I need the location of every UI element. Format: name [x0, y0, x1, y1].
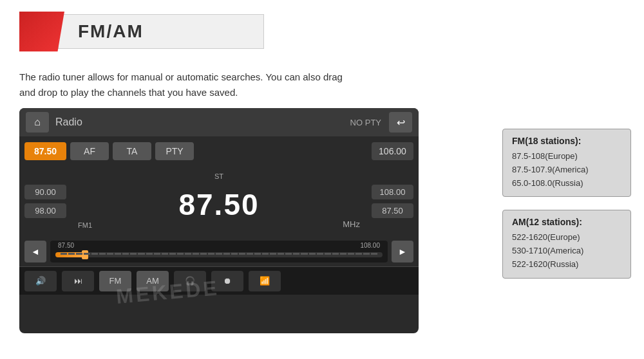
bars-button[interactable]: 📶: [249, 271, 281, 291]
slider-prev-button[interactable]: ◄: [24, 241, 46, 262]
freq-btn-2[interactable]: 106.00: [372, 142, 413, 160]
slider-ticks: [61, 253, 377, 255]
pty-button[interactable]: PTY: [155, 142, 194, 160]
radio-display: ⌂ Radio NO PTY ↩ 87.50 AF TA PTY 106.00 …: [19, 108, 419, 333]
ta-button[interactable]: TA: [113, 142, 151, 160]
header-banner: FM/AM: [19, 12, 264, 51]
description: The radio tuner allows for manual or aut…: [19, 69, 343, 100]
mhz-label: MHz: [343, 219, 360, 229]
headphone-button[interactable]: 🎧: [174, 271, 206, 291]
freq-btn-5[interactable]: 98.00: [24, 203, 66, 218]
header-title-box: FM/AM: [58, 14, 264, 49]
bottom-controls: 🔊 ⏭ FM AM 🎧 ⏺ 📶: [19, 266, 419, 295]
description-line1: The radio tuner allows for manual or aut…: [19, 69, 343, 85]
description-line2: and drop to play the channels that you h…: [19, 85, 343, 100]
skip-button[interactable]: ⏭: [62, 271, 94, 291]
home-button[interactable]: ⌂: [26, 112, 49, 133]
freq-btn-6[interactable]: 87.50: [372, 203, 413, 218]
slider-handle[interactable]: [82, 250, 88, 259]
freq-btn-3[interactable]: 90.00: [24, 185, 66, 199]
am-info-box: AM(12 stations): 522-1620(Europe) 530-17…: [502, 210, 631, 278]
volume-button[interactable]: 🔊: [24, 271, 57, 291]
radio-label: Radio: [55, 116, 350, 128]
header-red-tab: [19, 12, 64, 51]
fm1-label: FM1: [78, 221, 92, 229]
fm-info-item-3: 65.0-108.0(Russia): [512, 177, 621, 190]
slider-next-button[interactable]: ►: [392, 241, 413, 262]
fm-info-box: FM(18 stations): 87.5-108(Europe) 87.5-1…: [502, 129, 631, 197]
fm-info-title: FM(18 stations):: [512, 136, 621, 146]
slider-row: ◄ 87.50 108.00: [19, 237, 419, 266]
af-button[interactable]: AF: [70, 142, 109, 160]
am-info-title: AM(12 stations):: [512, 217, 621, 227]
page-title: FM/AM: [78, 21, 144, 41]
fm-info-item-1: 87.5-108(Europe): [512, 150, 621, 163]
freq-btn-1[interactable]: 87.50: [24, 142, 66, 160]
info-boxes: FM(18 stations): 87.5-108(Europe) 87.5-1…: [502, 129, 631, 279]
slider-min: 87.50: [58, 242, 74, 249]
slider-max: 108.00: [360, 242, 380, 249]
am-info-item-3: 522-1620(Russia): [512, 258, 621, 272]
buttons-row-1: 87.50 AF TA PTY 106.00: [19, 136, 419, 166]
st-label: ST: [214, 172, 223, 180]
slider-bar[interactable]: [55, 252, 383, 257]
fm-button[interactable]: FM: [99, 271, 131, 291]
am-button[interactable]: AM: [137, 271, 169, 291]
record-button[interactable]: ⏺: [211, 271, 243, 291]
back-button[interactable]: ↩: [389, 112, 412, 133]
slider-track[interactable]: 87.50 108.00: [50, 241, 388, 262]
fm-info-item-2: 87.5-107.9(America): [512, 163, 621, 177]
no-pty-label: NO PTY: [350, 118, 381, 127]
freq-btn-4[interactable]: 108.00: [372, 185, 413, 199]
am-info-item-1: 522-1620(Europe): [512, 231, 621, 244]
radio-top-bar: ⌂ Radio NO PTY ↩: [19, 108, 419, 136]
am-info-item-2: 530-1710(America): [512, 244, 621, 258]
main-frequency: 87.50: [178, 187, 259, 222]
